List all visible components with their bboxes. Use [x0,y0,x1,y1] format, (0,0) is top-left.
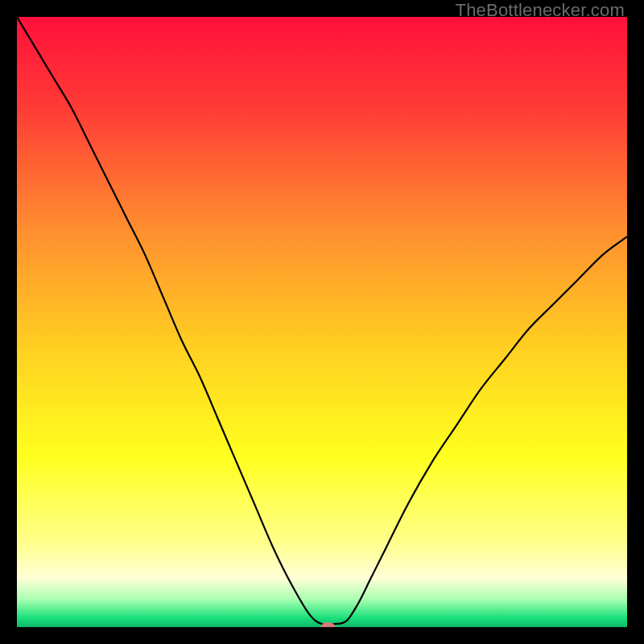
watermark-text: TheBottlenecker.com [456,0,625,21]
chart-frame [17,17,627,627]
bottleneck-chart [17,17,627,627]
